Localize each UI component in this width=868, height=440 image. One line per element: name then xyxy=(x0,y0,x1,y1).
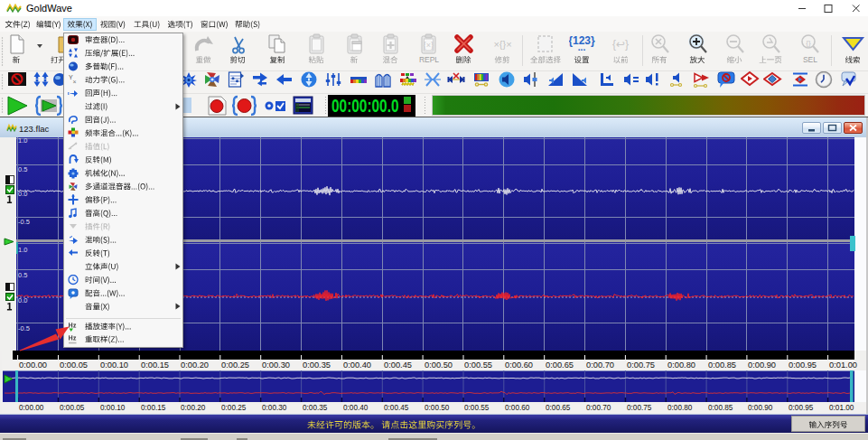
svg-text:{×}: {×} xyxy=(424,41,434,50)
svg-text:×{}×: ×{}× xyxy=(493,39,511,50)
svg-text:...: ... xyxy=(578,42,586,52)
svg-text:{↩}: {↩} xyxy=(612,38,629,51)
svg-text:×: × xyxy=(73,79,77,85)
svg-text:{}: {} xyxy=(806,39,811,47)
